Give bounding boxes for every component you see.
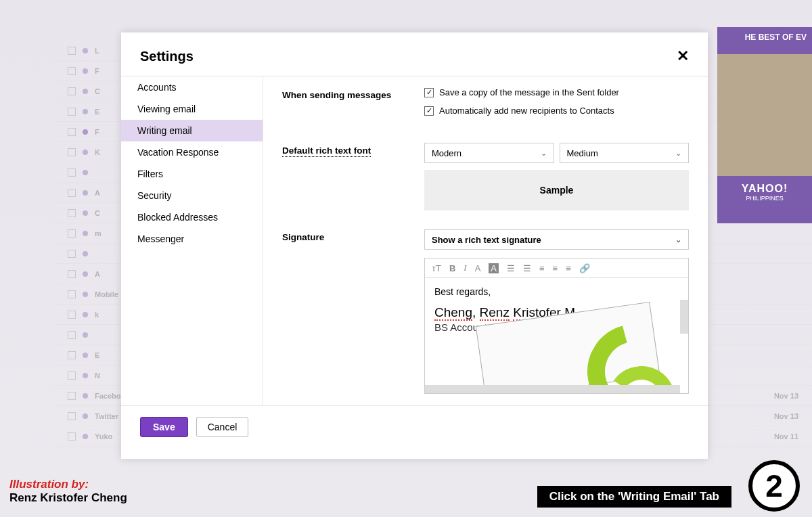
- checkbox-icon: ✓: [424, 88, 434, 97]
- modal-footer: Save Cancel: [121, 406, 708, 448]
- align-icon[interactable]: ≡: [553, 263, 558, 273]
- numberlist-icon[interactable]: ☰: [523, 263, 531, 273]
- checkbox-icon: ✓: [424, 106, 434, 116]
- signature-greeting: Best regards,: [434, 286, 679, 297]
- settings-content: When sending messages ✓Save a copy of th…: [263, 76, 708, 405]
- modal-body: Accounts Viewing email Writing email Vac…: [121, 76, 708, 406]
- signature-editor: тT B I A A ☰ ☰ ≡ ≡ ≡ 🔗: [424, 258, 689, 394]
- illustration-credit: Illustration by: Renz Kristofer Cheng: [9, 478, 127, 505]
- ad-banner: HE BEST OF EV YAHOO! PHILIPPINES: [717, 27, 812, 223]
- sending-label: When sending messages: [282, 87, 424, 100]
- sidebar-item-vacation[interactable]: Vacation Response: [121, 141, 263, 163]
- ad-region: PHILIPPINES: [717, 195, 812, 202]
- font-size-value: Medium: [567, 148, 598, 158]
- modal-header: Settings ✕: [121, 32, 708, 76]
- ad-headline: HE BEST OF EV: [717, 27, 812, 47]
- auto-contacts-checkbox[interactable]: ✓Automatically add new recipients to Con…: [424, 106, 689, 116]
- editor-body[interactable]: Best regards, Cheng, Renz Kristofer M. B…: [425, 278, 688, 393]
- italic-icon[interactable]: I: [464, 263, 466, 273]
- textcolor-icon[interactable]: A: [475, 263, 481, 273]
- font-family-select[interactable]: Modern⌄: [424, 143, 554, 163]
- sidebar-item-accounts[interactable]: Accounts: [121, 76, 263, 98]
- horizontal-scrollbar[interactable]: [425, 385, 680, 393]
- close-icon[interactable]: ✕: [677, 47, 689, 65]
- chevron-down-icon: ⌄: [675, 235, 681, 244]
- editor-toolbar: тT B I A A ☰ ☰ ≡ ≡ ≡ 🔗: [425, 258, 688, 278]
- signature-mode-value: Show a rich text signature: [432, 235, 541, 245]
- highlight-icon[interactable]: A: [489, 263, 499, 273]
- font-family-value: Modern: [432, 148, 461, 158]
- save-sent-checkbox[interactable]: ✓Save a copy of the message in the Sent …: [424, 87, 689, 97]
- sidebar-item-viewing[interactable]: Viewing email: [121, 98, 263, 120]
- settings-modal: Settings ✕ Accounts Viewing email Writin…: [121, 32, 708, 459]
- sidebar-item-blocked[interactable]: Blocked Addresses: [121, 206, 263, 228]
- ad-logo: YAHOO!: [717, 183, 812, 195]
- save-button[interactable]: Save: [140, 417, 188, 437]
- ad-image: [717, 54, 812, 176]
- save-sent-label: Save a copy of the message in the Sent f…: [439, 87, 619, 97]
- illus-name: Renz Kristofer Cheng: [9, 491, 127, 505]
- link-icon[interactable]: 🔗: [579, 263, 590, 273]
- vertical-scrollbar[interactable]: [680, 300, 688, 385]
- chevron-down-icon: ⌄: [541, 149, 547, 158]
- auto-contacts-label: Automatically add new recipients to Cont…: [439, 106, 614, 116]
- sidebar-item-messenger[interactable]: Messenger: [121, 228, 263, 250]
- step-badge: 2: [748, 460, 800, 512]
- settings-sidebar: Accounts Viewing email Writing email Vac…: [121, 76, 263, 405]
- font-sample: Sample: [424, 170, 689, 210]
- sidebar-item-filters[interactable]: Filters: [121, 163, 263, 185]
- signature-mode-select[interactable]: Show a rich text signature⌄: [424, 229, 689, 250]
- indent-icon[interactable]: ≡: [539, 263, 545, 273]
- cancel-button[interactable]: Cancel: [196, 417, 249, 437]
- bulletlist-icon[interactable]: ☰: [507, 263, 515, 273]
- font-label: Default rich text font: [282, 143, 424, 156]
- font-size-select[interactable]: Medium⌄: [560, 143, 690, 163]
- chevron-down-icon: ⌄: [675, 149, 681, 158]
- textsize-icon[interactable]: тT: [432, 263, 441, 273]
- sidebar-item-security[interactable]: Security: [121, 185, 263, 206]
- outdent-icon[interactable]: ≡: [566, 263, 571, 273]
- signature-label: Signature: [282, 229, 424, 242]
- sidebar-item-writing[interactable]: Writing email: [121, 120, 263, 141]
- illus-by: Illustration by:: [9, 478, 127, 491]
- bold-icon[interactable]: B: [449, 263, 455, 273]
- instruction-callout: Click on the 'Writing Email' Tab: [537, 486, 731, 508]
- modal-title: Settings: [140, 49, 194, 64]
